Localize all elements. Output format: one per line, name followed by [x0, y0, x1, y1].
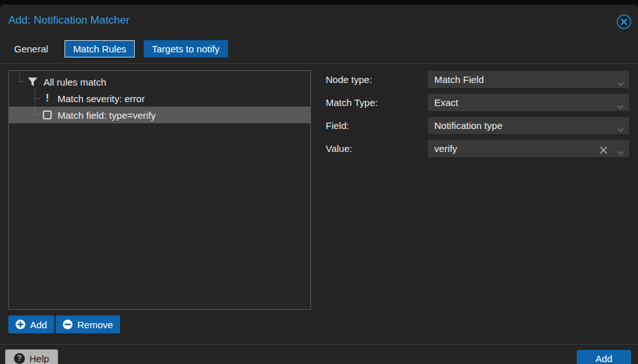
tree-connector	[34, 107, 40, 115]
exclamation-icon: !	[43, 92, 52, 105]
submit-add-button[interactable]: Add	[577, 350, 631, 364]
add-rule-button[interactable]: Add	[8, 315, 54, 333]
footer-divider	[0, 344, 638, 345]
match-type-label: Match Type:	[326, 97, 428, 108]
match-type-value: Exact	[434, 97, 459, 108]
help-button[interactable]: ? Help	[5, 349, 58, 364]
clear-icon[interactable]	[600, 145, 607, 156]
form-row-value: Value: verify	[326, 140, 629, 157]
node-type-value: Match Field	[434, 74, 484, 85]
tab-bar: General Match Rules Targets to notify	[14, 40, 237, 57]
chevron-down-icon	[617, 77, 624, 88]
tree-row-severity[interactable]: ! Match severity: error	[9, 90, 310, 107]
tab-targets-to-notify[interactable]: Targets to notify	[144, 40, 228, 57]
tree-row-label: All rules match	[43, 77, 106, 87]
remove-rule-label: Remove	[77, 319, 113, 330]
checkbox-icon	[43, 110, 52, 119]
tree-row-label: Match severity: error	[57, 93, 145, 104]
field-label: Field:	[326, 120, 428, 131]
chevron-down-icon	[617, 123, 624, 134]
value-select[interactable]: verify	[428, 140, 629, 157]
chevron-down-icon	[617, 100, 624, 111]
chevron-down-icon	[617, 146, 624, 157]
node-type-select[interactable]: Match Field	[428, 71, 629, 88]
node-type-label: Node type:	[326, 74, 428, 85]
form-row-match-type: Match Type: Exact	[326, 94, 629, 111]
tab-general[interactable]: General	[14, 41, 48, 57]
tab-match-rules[interactable]: Match Rules	[65, 40, 134, 57]
form-row-field: Field: Notification type	[326, 117, 629, 134]
value-label: Value:	[326, 143, 428, 154]
form-row-node-type: Node type: Match Field	[326, 71, 629, 88]
submit-add-label: Add	[595, 353, 612, 364]
match-type-select[interactable]: Exact	[428, 94, 629, 111]
filter-icon	[27, 77, 38, 87]
dialog-title: Add: Notification Matcher	[8, 14, 130, 27]
notification-matcher-dialog: Add: Notification Matcher General Match …	[0, 4, 638, 364]
question-circle-icon: ?	[14, 353, 25, 364]
minus-circle-icon	[63, 319, 73, 330]
field-select[interactable]: Notification type	[428, 117, 629, 134]
tree-row-field[interactable]: Match field: type=verify	[9, 107, 310, 123]
field-value: Notification type	[434, 120, 503, 131]
tree-row-label: Match field: type=verify	[57, 110, 156, 121]
add-rule-label: Add	[30, 319, 47, 330]
match-rules-tree: All rules match ! Match severity: error …	[8, 70, 311, 310]
value-value: verify	[434, 143, 457, 154]
close-icon[interactable]	[616, 13, 632, 30]
tree-connector	[34, 90, 40, 107]
rule-form: Node type: Match Field Match Type: Exact…	[326, 71, 629, 163]
plus-circle-icon	[15, 319, 26, 330]
tree-row-root[interactable]: All rules match	[9, 73, 310, 90]
remove-rule-button[interactable]: Remove	[56, 315, 120, 333]
tree-connector	[19, 73, 24, 82]
help-label: Help	[29, 353, 49, 364]
tab-divider	[0, 63, 638, 64]
